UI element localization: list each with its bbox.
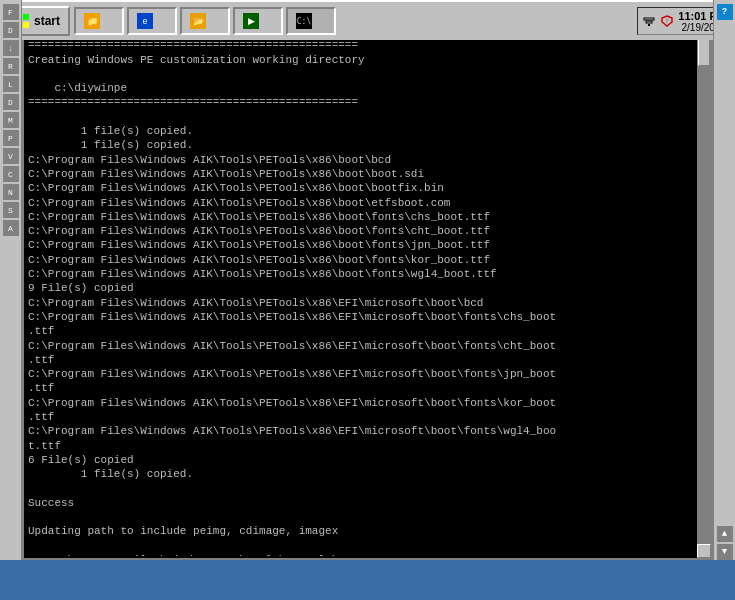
media-icon: ▶ <box>243 13 259 29</box>
sidebar-music[interactable]: M <box>3 112 19 128</box>
cmd-line-2: Creating Windows PE customization workin… <box>28 53 693 67</box>
cmd-line-20: C:\Program Files\Windows AIK\Tools\PEToo… <box>28 310 693 324</box>
cmd-line-25: .ttf <box>28 381 693 395</box>
cmd-line-23: .ttf <box>28 353 693 367</box>
explorer-icon: 📁 <box>84 13 100 29</box>
sidebar-videos[interactable]: V <box>3 148 19 164</box>
ie-icon: e <box>137 13 153 29</box>
cmd-line-27: .ttf <box>28 410 693 424</box>
cmd-line-9: C:\Program Files\Windows AIK\Tools\PEToo… <box>28 153 693 167</box>
cmd-line-7: 1 file(s) copied. <box>28 124 693 138</box>
cmd-line-21: .ttf <box>28 324 693 338</box>
cmd-line-26: C:\Program Files\Windows AIK\Tools\PEToo… <box>28 396 693 410</box>
cmd-line-10: C:\Program Files\Windows AIK\Tools\PEToo… <box>28 167 693 181</box>
help-icon[interactable]: ? <box>717 4 733 20</box>
folder-icon: 📂 <box>190 13 206 29</box>
cmd-line-31: 1 file(s) copied. <box>28 467 693 481</box>
cmd-line-3 <box>28 67 693 81</box>
scroll-down-button[interactable]: ▼ <box>697 544 711 558</box>
sidebar-downloads[interactable]: ↓ <box>3 40 19 56</box>
taskbar-item-2[interactable]: e <box>127 7 177 35</box>
cmd-line-13: C:\Program Files\Windows AIK\Tools\PEToo… <box>28 210 693 224</box>
cmd-line-17: C:\Program Files\Windows AIK\Tools\PEToo… <box>28 267 693 281</box>
cmd-line-19: C:\Program Files\Windows AIK\Tools\PEToo… <box>28 296 693 310</box>
left-sidebar: F D ↓ R L D M P V C N S A <box>0 0 22 560</box>
taskbar-items: 📁 e 📂 ▶ C:\ <box>74 7 633 35</box>
cmd-line-6 <box>28 110 693 124</box>
network-systray-icon[interactable] <box>642 14 656 28</box>
svg-rect-1 <box>23 14 29 20</box>
sidebar-recent[interactable]: R <box>3 58 19 74</box>
sidebar-documents[interactable]: D <box>3 94 19 110</box>
cmd-line-33: Success <box>28 496 693 510</box>
svg-rect-3 <box>23 22 29 28</box>
cmd-scrollbar: ▲ ▼ <box>697 22 711 558</box>
taskbar-item-cmd[interactable]: C:\ <box>286 7 336 35</box>
cmd-line-24: C:\Program Files\Windows AIK\Tools\PEToo… <box>28 367 693 381</box>
scroll-down-icon[interactable]: ▼ <box>717 544 733 560</box>
start-label: start <box>34 14 60 28</box>
cmd-body[interactable]: C:\Program Files\Windows AIK\Tools\PEToo… <box>24 22 711 558</box>
sidebar-network[interactable]: N <box>3 184 19 200</box>
taskbar-item-explorer[interactable]: 📁 <box>74 7 124 35</box>
cmd-content: C:\Program Files\Windows AIK\Tools\PEToo… <box>28 24 693 556</box>
cmd-line-1: ========================================… <box>28 38 693 52</box>
right-sidebar: ? ▲ ▼ <box>713 0 735 560</box>
sidebar-computer[interactable]: C <box>3 166 19 182</box>
cmd-line-18: 9 File(s) copied <box>28 281 693 295</box>
svg-rect-6 <box>644 18 654 20</box>
sidebar-libraries[interactable]: L <box>3 76 19 92</box>
cmd-line-5: ========================================… <box>28 95 693 109</box>
cmd-icon: C:\ <box>296 13 312 29</box>
sidebar-s[interactable]: S <box>3 202 19 218</box>
svg-rect-5 <box>646 21 652 23</box>
cmd-line-8: 1 file(s) copied. <box>28 138 693 152</box>
cmd-line-34 <box>28 510 693 524</box>
cmd-line-16: C:\Program Files\Windows AIK\Tools\PEToo… <box>28 253 693 267</box>
cmd-line-14: C:\Program Files\Windows AIK\Tools\PEToo… <box>28 224 693 238</box>
scroll-up-icon[interactable]: ▲ <box>717 526 733 542</box>
cmd-line-35: Updating path to include peimg, cdimage,… <box>28 524 693 538</box>
cmd-line-4: c:\diywinpe <box>28 81 693 95</box>
scroll-track[interactable] <box>697 36 711 544</box>
cmd-line-36 <box>28 539 693 553</box>
cmd-window: ▣ Administrator: Deployment Tools Comman… <box>22 0 713 560</box>
sidebar-favorites[interactable]: F <box>3 4 19 20</box>
sidebar-desktop[interactable]: D <box>3 22 19 38</box>
taskbar: start 📁 e 📂 ▶ <box>0 0 735 40</box>
sidebar-pictures[interactable]: P <box>3 130 19 146</box>
cmd-line-32 <box>28 482 693 496</box>
taskbar-item-4[interactable]: ▶ <box>233 7 283 35</box>
cmd-line-15: C:\Program Files\Windows AIK\Tools\PEToo… <box>28 238 693 252</box>
cmd-line-28: C:\Program Files\Windows AIK\Tools\PEToo… <box>28 424 693 438</box>
cmd-line-11: C:\Program Files\Windows AIK\Tools\PEToo… <box>28 181 693 195</box>
cmd-line-29: t.ttf <box>28 439 693 453</box>
svg-rect-4 <box>648 24 650 26</box>
desktop: F D ↓ R L D M P V C N S A ▣ Administrato… <box>0 0 735 600</box>
scroll-thumb[interactable] <box>698 36 710 66</box>
taskbar-item-3[interactable]: 📂 <box>180 7 230 35</box>
cmd-line-22: C:\Program Files\Windows AIK\Tools\PEToo… <box>28 339 693 353</box>
security-systray-icon[interactable]: ! <box>660 14 674 28</box>
cmd-line-30: 6 File(s) copied <box>28 453 693 467</box>
cmd-line-37: C:\Program Files\Windows AIK\Tools\PEToo… <box>28 553 693 556</box>
sidebar-a[interactable]: A <box>3 220 19 236</box>
svg-text:!: ! <box>665 18 669 25</box>
cmd-line-12: C:\Program Files\Windows AIK\Tools\PEToo… <box>28 196 693 210</box>
